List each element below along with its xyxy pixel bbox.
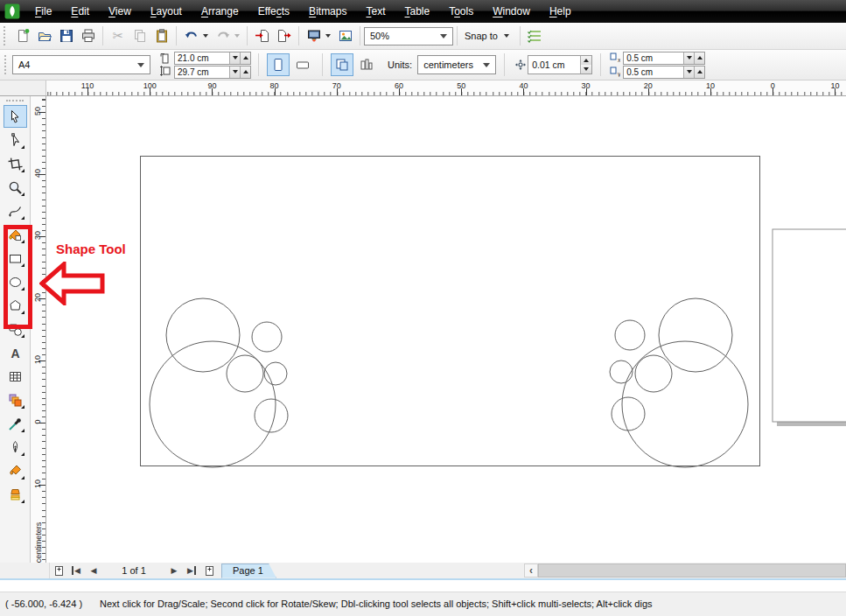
welcome-screen-button[interactable]	[334, 25, 356, 46]
chevron-down-icon[interactable]	[325, 34, 331, 38]
paste-button[interactable]	[150, 25, 172, 46]
decrement-button[interactable]	[683, 66, 694, 78]
current-page-layout-button[interactable]	[355, 53, 378, 76]
previous-page-button[interactable]: ◀	[85, 564, 102, 578]
rectangle-object[interactable]	[141, 157, 760, 466]
menu-window[interactable]: Window	[483, 1, 540, 22]
flyout-indicator-icon	[21, 263, 24, 267]
last-page-button[interactable]: ▶	[183, 564, 200, 578]
smart-fill-tool[interactable]	[3, 223, 27, 246]
copy-button[interactable]	[129, 25, 150, 46]
paper-height-field[interactable]: 29.7 cm	[174, 66, 251, 79]
document-page[interactable]	[773, 229, 846, 422]
new-document-button[interactable]	[11, 25, 33, 46]
first-page-button[interactable]: ◀	[67, 564, 85, 578]
menu-edit[interactable]: Edit	[61, 1, 99, 22]
chevron-down-icon[interactable]	[203, 34, 208, 38]
menu-bitmaps[interactable]: Bitmaps	[299, 1, 356, 22]
next-page-button[interactable]: ▶	[165, 564, 183, 578]
decrement-button[interactable]	[229, 52, 240, 64]
app-logo-icon	[4, 4, 20, 19]
units-combobox[interactable]: centimeters	[417, 55, 496, 74]
menu-file[interactable]: File	[25, 1, 61, 22]
horizontal-ruler[interactable]: 110100908070605040302010010	[46, 80, 846, 96]
canvas-objects	[46, 96, 846, 563]
application-launcher-button[interactable]	[303, 25, 325, 46]
ruler-corner[interactable]	[0, 80, 46, 96]
menu-tools[interactable]: Tools	[439, 1, 483, 22]
table-tool[interactable]	[3, 365, 27, 388]
page-tab-label: Page 1	[233, 565, 263, 576]
undo-button[interactable]	[180, 25, 202, 46]
menu-table[interactable]: Table	[395, 1, 439, 22]
duplicate-distance-x-field[interactable]: 0.5 cm	[623, 52, 705, 65]
rectangle-tool[interactable]	[3, 247, 27, 270]
zoom-tool[interactable]	[3, 176, 27, 199]
ellipse-object[interactable]	[615, 320, 645, 350]
interactive-fill-tool[interactable]	[3, 483, 27, 506]
toolbox-grip[interactable]	[6, 100, 24, 102]
paper-width-field[interactable]: 21.0 cm	[174, 52, 251, 65]
decrement-button[interactable]	[229, 66, 240, 78]
vertical-ruler[interactable]: centimeters5040302010010	[31, 96, 46, 563]
open-button[interactable]	[33, 25, 55, 46]
duplicate-distance-y-field[interactable]: 0.5 cm	[623, 66, 705, 79]
save-button[interactable]	[55, 25, 77, 46]
print-button[interactable]	[77, 25, 99, 46]
snap-to-dropdown[interactable]: Snap to	[461, 31, 516, 41]
ellipse-object[interactable]	[610, 360, 633, 383]
fill-tool[interactable]	[3, 459, 27, 482]
menu-text[interactable]: Text	[356, 1, 395, 22]
increment-button[interactable]	[240, 52, 250, 64]
decrement-button[interactable]	[683, 52, 694, 64]
shape-tool[interactable]	[3, 129, 27, 151]
toolbar-grip[interactable]	[3, 26, 8, 46]
ellipse-object[interactable]	[635, 355, 672, 392]
scrollbar-thumb[interactable]	[538, 564, 846, 578]
menu-effects[interactable]: Effects	[248, 1, 299, 22]
increment-button[interactable]	[581, 56, 591, 65]
add-page-after-button[interactable]	[200, 564, 218, 578]
export-button[interactable]	[273, 25, 295, 46]
decrement-button[interactable]	[581, 65, 591, 74]
drawing-canvas[interactable]	[46, 96, 846, 563]
increment-button[interactable]	[240, 66, 250, 78]
property-bar-grip[interactable]	[4, 55, 9, 74]
page-size-value: A4	[18, 60, 30, 70]
eyedropper-tool[interactable]	[3, 412, 27, 435]
ellipse-object[interactable]	[659, 298, 732, 372]
cut-button[interactable]: ✂	[107, 25, 129, 46]
blend-tool[interactable]	[3, 388, 27, 411]
menu-layout[interactable]: Layout	[141, 1, 192, 22]
ellipse-object[interactable]	[252, 322, 282, 352]
all-pages-layout-button[interactable]	[331, 53, 353, 76]
increment-button[interactable]	[694, 52, 704, 64]
ellipse-object[interactable]	[612, 397, 645, 430]
menu-view[interactable]: View	[99, 1, 141, 22]
import-button[interactable]	[251, 25, 273, 46]
add-page-before-button[interactable]	[50, 564, 67, 578]
freehand-tool[interactable]	[3, 200, 27, 222]
ellipse-object[interactable]	[150, 341, 276, 467]
page-size-combobox[interactable]: A4	[12, 55, 150, 74]
zoom-level-combobox[interactable]: 50%	[364, 27, 453, 46]
scroll-left-button[interactable]: ‹	[524, 564, 538, 578]
ellipse-object[interactable]	[166, 298, 240, 372]
text-tool[interactable]: A	[3, 341, 27, 364]
landscape-orientation-button[interactable]	[291, 53, 314, 76]
crop-tool[interactable]	[3, 152, 27, 175]
polygon-tool[interactable]	[3, 294, 27, 317]
increment-button[interactable]	[694, 66, 704, 78]
redo-button[interactable]	[212, 25, 234, 46]
chevron-down-icon[interactable]	[234, 34, 240, 38]
portrait-orientation-button[interactable]	[267, 53, 290, 76]
nudge-offset-field[interactable]: 0.01 cm	[528, 55, 592, 74]
outline-pen-tool[interactable]	[3, 436, 27, 458]
snap-settings-button[interactable]	[524, 25, 546, 46]
ellipse-tool[interactable]	[3, 270, 27, 293]
page-tab[interactable]: Page 1	[221, 564, 276, 578]
menu-help[interactable]: Help	[540, 1, 581, 22]
pick-tool[interactable]	[3, 105, 27, 128]
menu-arrange[interactable]: Arrange	[192, 1, 248, 22]
basic-shapes-tool[interactable]	[3, 318, 27, 340]
